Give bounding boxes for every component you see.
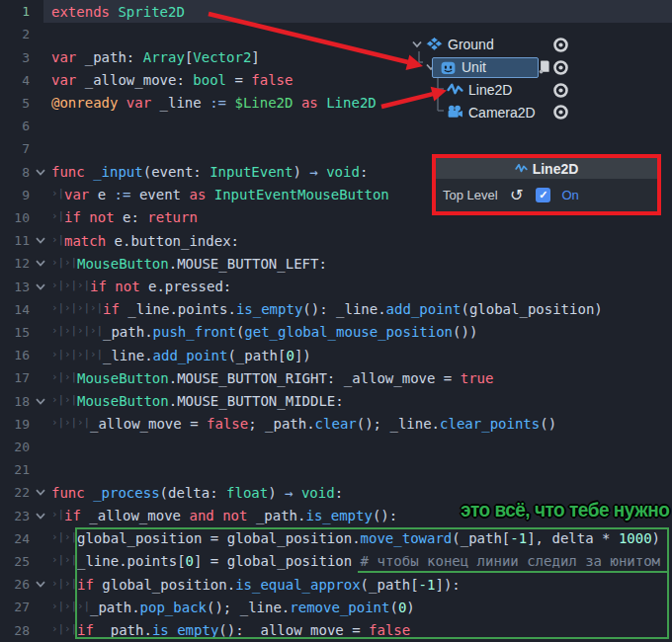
token-txt: ():	[373, 508, 397, 523]
token-txt: global_position.	[102, 577, 235, 593]
scene-node-line2d[interactable]: Line2D	[403, 79, 672, 102]
scene-node-camera2d[interactable]: Camera2D	[403, 101, 672, 123]
scene-node-ground[interactable]: Ground	[403, 34, 672, 56]
script-icon[interactable]	[537, 59, 552, 75]
tab-indent-marker: ›|	[51, 508, 64, 521]
token-fn: push_front	[153, 324, 236, 340]
tab-indent-marker: ›|	[77, 600, 90, 612]
line-number: 19	[0, 417, 30, 432]
top-level-checkbox[interactable]: ✓	[536, 188, 550, 202]
code-line-19[interactable]: 19›|›|›|_allow_move = false; _path.clear…	[0, 413, 672, 436]
token-type: Line2D	[326, 95, 377, 111]
token-type: InputEvent	[210, 164, 293, 180]
token-txt: .MOUSE_BUTTON_MIDDLE:	[169, 393, 344, 409]
expand-chevron-icon[interactable]	[411, 40, 424, 49]
code-line-27[interactable]: 27›|›|›|_path.pop_back(); _line.remove_p…	[0, 596, 672, 618]
fold-chevron-icon[interactable]	[30, 168, 51, 177]
line-number: 7	[0, 141, 30, 156]
token-txt: global_position = global_position.	[77, 530, 361, 546]
code-line-28[interactable]: 28›|›|if _path.is_empty(): _allow_move =…	[0, 618, 672, 641]
code-text: extends Sprite2D	[51, 4, 672, 20]
token-type: void	[326, 164, 360, 180]
code-line-13[interactable]: 13›|›|›|if not e.pressed:	[0, 275, 672, 297]
token-kw: var	[64, 187, 98, 202]
code-line-17[interactable]: 17›|›|MouseButton.MOUSE_BUTTON_RIGHT: _a…	[0, 366, 672, 389]
fold-chevron-icon[interactable]	[30, 259, 51, 268]
tab-indent-marker: ›|	[77, 416, 90, 429]
fold-chevron-icon[interactable]	[30, 282, 51, 291]
token-txt: )	[652, 530, 660, 546]
fold-chevron-icon[interactable]	[30, 397, 51, 406]
callout-text: это всё, что тебе нужно	[461, 499, 669, 522]
code-text: ›|match e.button_index:	[51, 233, 672, 249]
token-txt: e	[98, 187, 115, 202]
code-line-14[interactable]: 14›|›|›|›|if _line.points.is_empty(): _l…	[0, 298, 672, 321]
code-line-18[interactable]: 18›|›|MouseButton.MOUSE_BUTTON_MIDDLE:	[0, 389, 672, 412]
token-txt: _line.points[	[77, 553, 186, 569]
token-fn: clear	[315, 416, 357, 432]
scene-node-unit[interactable]: Unit	[403, 56, 672, 79]
visibility-eye-icon[interactable]	[551, 58, 570, 77]
comment-underline-annotation	[358, 571, 668, 573]
code-line-15[interactable]: 15›|›|›|›|_path.push_front(get_global_mo…	[0, 321, 672, 344]
token-fn: is_empty	[305, 508, 372, 523]
token-kw: var	[126, 95, 160, 111]
line-number: 24	[0, 531, 30, 546]
code-line-16[interactable]: 16›|›|›|›|_line.add_point(_path[0])	[0, 344, 672, 366]
line-number: 3	[0, 50, 30, 65]
token-kw: if not	[64, 209, 123, 225]
visibility-eye-icon[interactable]	[551, 81, 570, 100]
tilemap-icon	[426, 37, 443, 53]
tab-indent-marker: ›|	[51, 324, 64, 337]
code-line-25[interactable]: 25›|›|_line.points[0] = global_position …	[0, 550, 672, 573]
token-kw: return	[147, 209, 198, 225]
token-txt: e:	[123, 209, 147, 225]
token-txt: _path.	[102, 622, 152, 638]
token-op: →	[285, 485, 301, 501]
code-line-11[interactable]: 11›|match e.button_index:	[0, 229, 672, 252]
code-line-26[interactable]: 26›|›|if global_position.is_equal_approx…	[0, 573, 672, 596]
token-txt: e.pressed:	[148, 279, 231, 294]
code-line-24[interactable]: 24›|›|global_position = global_position.…	[0, 527, 672, 550]
inspector-header: Line2D	[436, 158, 657, 179]
token-kw: false	[369, 622, 410, 638]
code-text: ›|›|›|›|_line.add_point(_path[0])	[51, 348, 672, 363]
token-kw: if	[77, 622, 102, 638]
visibility-eye-icon[interactable]	[551, 103, 570, 121]
token-type: void	[301, 485, 335, 501]
line-number: 13	[0, 280, 30, 294]
fold-chevron-icon[interactable]	[30, 488, 51, 497]
tab-indent-marker: ›|	[64, 553, 77, 566]
code-text: ›|›|if global_position.is_equal_approx(_…	[51, 577, 672, 593]
revert-icon[interactable]: ↺	[510, 186, 523, 204]
token-kw: func	[51, 485, 93, 501]
tab-indent-marker: ›|	[51, 348, 64, 361]
tab-indent-marker: ›|	[51, 600, 64, 612]
code-text: ›|›|if _path.is_empty(): _allow_move = f…	[51, 622, 672, 638]
code-line-1[interactable]: 1extends Sprite2D	[0, 0, 672, 23]
fold-chevron-icon[interactable]	[30, 512, 51, 521]
code-line-20[interactable]: 20	[0, 436, 672, 458]
code-text: ›|›|global_position = global_position.mo…	[51, 530, 672, 546]
line-number: 18	[0, 394, 30, 409]
line-number: 21	[0, 462, 30, 477]
line-number: 14	[0, 302, 30, 317]
code-text: ›|›|_line.points[0] = global_position # …	[51, 553, 672, 569]
token-txt: ())	[453, 324, 477, 340]
token-txt: ; _path.	[248, 416, 314, 432]
fold-chevron-icon[interactable]	[30, 580, 51, 589]
token-txt: _path.	[256, 508, 306, 523]
tab-indent-marker: ›|	[51, 209, 64, 222]
token-kw: if	[103, 301, 127, 317]
code-line-12[interactable]: 12›|›|MouseButton.MOUSE_BUTTON_LEFT:	[0, 252, 672, 275]
node-label: Unit	[462, 59, 486, 75]
code-line-21[interactable]: 21	[0, 458, 672, 481]
fold-chevron-icon[interactable]	[30, 236, 51, 245]
token-txt: _allow_move	[89, 508, 189, 523]
token-txt: ]	[251, 49, 259, 65]
token-kw: if	[77, 577, 102, 593]
line-number: 6	[0, 119, 30, 133]
token-txt: .MOUSE_BUTTON_LEFT:	[169, 256, 327, 272]
visibility-eye-icon[interactable]	[551, 36, 570, 54]
token-txt: (_path[	[227, 348, 286, 363]
